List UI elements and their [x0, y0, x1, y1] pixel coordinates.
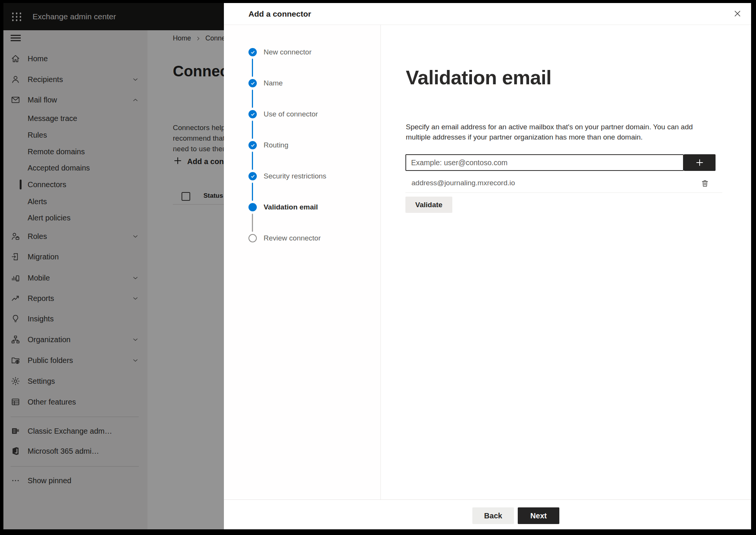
dialog-body: New connectorNameUse of connectorRouting… [224, 25, 751, 499]
wizard-page: Validation email Specify an email addres… [381, 25, 751, 499]
step-connector-line [252, 90, 253, 108]
app-window: Exchange admin center HomeRecipientsMail… [3, 3, 751, 529]
step-description-line: multiple addresses if your partner organ… [406, 132, 693, 142]
step-connector-line [252, 183, 253, 201]
step-check-icon [248, 110, 257, 118]
step-connector-line [252, 121, 253, 139]
close-button[interactable] [730, 6, 745, 21]
validation-email-input[interactable] [405, 154, 684, 171]
dialog-title: Add a connector [248, 3, 311, 25]
add-address-button[interactable] [684, 154, 716, 171]
next-button[interactable]: Next [518, 507, 559, 524]
dialog-header: Add a connector [224, 3, 751, 25]
address-list-divider [405, 192, 722, 193]
wizard-step-name[interactable]: Name [264, 79, 283, 88]
dialog-footer: Back Next [224, 499, 751, 529]
trash-icon [700, 179, 709, 188]
step-description: Specify an email address for an active m… [406, 122, 693, 142]
wizard-step-new-connector[interactable]: New connector [264, 48, 312, 57]
step-check-icon [248, 172, 257, 180]
add-connector-dialog: Add a connector New connectorNameUse of … [224, 3, 751, 529]
step-check-icon [248, 79, 257, 87]
wizard-steps: New connectorNameUse of connectorRouting… [224, 25, 381, 499]
added-address-value: address@journaling.mxrecord.io [411, 175, 515, 191]
step-check-icon [248, 141, 257, 149]
step-heading: Validation email [406, 67, 551, 88]
step-current-icon [248, 203, 257, 211]
close-icon [733, 9, 742, 18]
delete-address-button[interactable] [700, 178, 710, 188]
wizard-step-review-connector[interactable]: Review connector [264, 234, 321, 243]
step-upcoming-icon [248, 234, 257, 242]
back-button[interactable]: Back [472, 507, 514, 524]
validate-button[interactable]: Validate [405, 197, 452, 213]
wizard-step-routing[interactable]: Routing [264, 141, 289, 150]
step-connector-line [252, 59, 253, 77]
wizard-step-validation-email[interactable]: Validation email [264, 203, 318, 212]
step-connector-line [252, 214, 253, 232]
added-address-row: address@journaling.mxrecord.io [381, 175, 722, 191]
step-description-line: Specify an email address for an active m… [406, 122, 693, 132]
wizard-step-security-restrictions[interactable]: Security restrictions [264, 172, 326, 181]
step-check-icon [248, 48, 257, 56]
step-connector-line [252, 152, 253, 170]
wizard-step-use-of-connector[interactable]: Use of connector [264, 110, 318, 119]
plus-icon [695, 158, 705, 167]
